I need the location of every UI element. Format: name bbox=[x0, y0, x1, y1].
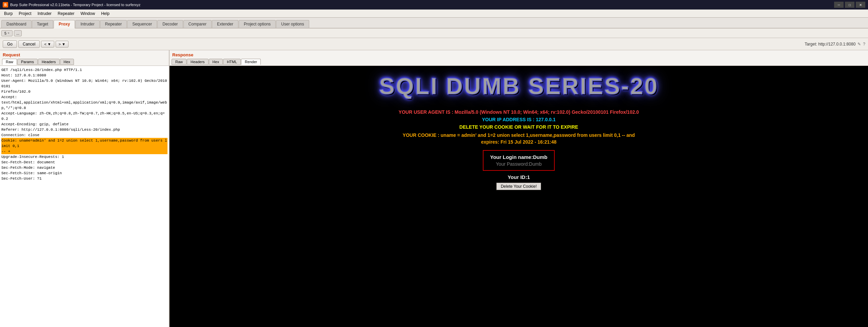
tab-user-options[interactable]: User options bbox=[276, 20, 309, 28]
menu-repeater[interactable]: Repeater bbox=[55, 11, 77, 17]
tab-project-options[interactable]: Project options bbox=[239, 20, 276, 28]
req-line-cookie-cont: -- + bbox=[1, 149, 167, 154]
login-pass-display: Your Password:Dumb bbox=[490, 161, 548, 167]
request-panel: Request Raw Params Headers Hex GET /sqli… bbox=[0, 50, 170, 327]
target-help-icon[interactable]: ? bbox=[863, 42, 865, 47]
req-line: GET /sqli/Less-20/index.php HTTP/1.1 bbox=[1, 67, 167, 73]
cancel-button[interactable]: Cancel bbox=[18, 40, 40, 48]
response-tab-html[interactable]: HTML bbox=[223, 59, 241, 65]
delete-cookie-button[interactable]: Delete Your Cookie! bbox=[496, 183, 541, 190]
req-line: Accept-Encoding: gzip, deflate bbox=[1, 122, 167, 127]
request-tab-more[interactable]: ... bbox=[14, 30, 22, 36]
response-content: SQLI DUMB SERIES-20 YOUR USER AGENT IS :… bbox=[170, 66, 868, 327]
response-tab-hex[interactable]: Hex bbox=[209, 59, 223, 65]
app-icon: B bbox=[3, 2, 8, 7]
menu-bar: Burp Project Intruder Repeater Window He… bbox=[0, 10, 868, 18]
request-tab-headers[interactable]: Headers bbox=[38, 59, 60, 65]
request-label: Request bbox=[0, 50, 169, 58]
go-button[interactable]: Go bbox=[3, 40, 17, 48]
target-info: Target: http://127.0.0.1:8080 ✎ ? bbox=[805, 42, 865, 47]
user-agent-display: YOUR USER AGENT IS : Mozilla/5.0 (Window… bbox=[399, 109, 639, 115]
req-line: Accept: bbox=[1, 94, 167, 100]
req-line: User-Agent: Mozilla/5.0 (Windows NT 10.0… bbox=[1, 78, 167, 89]
request-content[interactable]: GET /sqli/Less-20/index.php HTTP/1.1 Hos… bbox=[0, 66, 169, 327]
response-tab-render[interactable]: Render bbox=[241, 59, 261, 65]
response-subtabs: Raw Headers Hex HTML Render bbox=[170, 58, 868, 66]
req-line: Referer: http://127.0.0.1:8080/sqli/Less… bbox=[1, 127, 167, 132]
tab-comparer[interactable]: Comparer bbox=[183, 20, 212, 28]
tab-dashboard[interactable]: Dashboard bbox=[1, 20, 32, 28]
back-button[interactable]: < ▼ bbox=[41, 41, 54, 48]
req-line: Sec-Fetch-Mode: navigate bbox=[1, 165, 167, 170]
id-display: Your ID:1 bbox=[508, 174, 530, 180]
menu-window[interactable]: Window bbox=[78, 11, 98, 17]
tab-extender[interactable]: Extender bbox=[212, 20, 238, 28]
tab-repeater[interactable]: Repeater bbox=[100, 20, 127, 28]
response-label: Response bbox=[170, 50, 868, 58]
expires-display: expires: Fri 15 Jul 2022 - 16:21:48 bbox=[481, 139, 557, 145]
menu-project[interactable]: Project bbox=[16, 11, 34, 17]
request-tab-raw[interactable]: Raw bbox=[2, 59, 17, 65]
request-tab-close[interactable]: × bbox=[7, 31, 9, 35]
toolbar: Go Cancel < ▼ > ▼ Target: http://127.0.0… bbox=[0, 38, 868, 50]
menu-help[interactable]: Help bbox=[98, 11, 112, 17]
req-line: text/html,application/xhtml+xml,applicat… bbox=[1, 100, 167, 111]
req-line: Host: 127.0.0.1:8080 bbox=[1, 73, 167, 78]
menu-burp[interactable]: Burp bbox=[1, 11, 15, 17]
window-controls[interactable]: ─ □ ✕ bbox=[834, 2, 865, 8]
tab-sequencer[interactable]: Sequencer bbox=[127, 20, 157, 28]
req-line: Sec-Fetch-Dest: document bbox=[1, 160, 167, 165]
request-tabs-bar: 5 × ... bbox=[0, 29, 868, 38]
response-tab-headers[interactable]: Headers bbox=[187, 59, 209, 65]
response-tab-raw[interactable]: Raw bbox=[172, 59, 186, 65]
title-bar-left: B Burp Suite Professional v2.0.11beta - … bbox=[3, 2, 140, 7]
tab-intruder[interactable]: Intruder bbox=[75, 20, 99, 28]
req-line: Sec-Fetch-Site: same-origin bbox=[1, 170, 167, 176]
main-content: Request Raw Params Headers Hex GET /sqli… bbox=[0, 50, 868, 327]
response-panel: Response Raw Headers Hex HTML Render SQL… bbox=[170, 50, 868, 327]
target-edit-icon[interactable]: ✎ bbox=[857, 42, 861, 47]
sqli-title: SQLI DUMB SERIES-20 bbox=[379, 73, 658, 99]
req-line: Upgrade-Insecure-Requests: 1 bbox=[1, 154, 167, 160]
menu-intruder[interactable]: Intruder bbox=[35, 11, 54, 17]
request-tab-number: 5 bbox=[4, 31, 6, 35]
app-title: Burp Suite Professional v2.0.11beta - Te… bbox=[10, 3, 140, 7]
forward-button[interactable]: > ▼ bbox=[56, 41, 68, 48]
request-tab-params[interactable]: Params bbox=[17, 59, 38, 65]
tab-decoder[interactable]: Decoder bbox=[157, 20, 183, 28]
request-tab-5[interactable]: 5 × bbox=[1, 30, 13, 36]
req-line: Connection: close bbox=[1, 132, 167, 138]
login-name-display: Your Login name:Dumb bbox=[490, 154, 548, 160]
close-button[interactable]: ✕ bbox=[856, 2, 865, 8]
req-line: Sec-Fetch-User: ?1 bbox=[1, 176, 167, 181]
request-tab-hex[interactable]: Hex bbox=[60, 59, 74, 65]
request-subtabs: Raw Params Headers Hex bbox=[0, 58, 169, 66]
cookie-display: YOUR COOKIE : uname = admin' and 1=2 uni… bbox=[403, 132, 635, 138]
main-tabs: Dashboard Target Proxy Intruder Repeater… bbox=[0, 18, 868, 29]
maximize-button[interactable]: □ bbox=[845, 2, 854, 8]
login-info-box: Your Login name:Dumb Your Password:Dumb bbox=[483, 150, 555, 171]
title-bar: B Burp Suite Professional v2.0.11beta - … bbox=[0, 0, 868, 10]
tab-proxy[interactable]: Proxy bbox=[54, 20, 75, 29]
tab-target[interactable]: Target bbox=[32, 20, 53, 28]
minimize-button[interactable]: ─ bbox=[834, 2, 844, 8]
target-label: Target: http://127.0.0.1:8080 bbox=[805, 42, 855, 47]
delete-cookie-warning: DELETE YOUR COOKIE OR WAIT FOR IT TO EXP… bbox=[459, 124, 578, 130]
ip-display: YOUR IP ADDRESS IS : 127.0.0.1 bbox=[482, 117, 555, 122]
req-line-cookie: Cookie: uname=admin' and 1=2 union selec… bbox=[1, 138, 167, 149]
req-line: Firefox/102.0 bbox=[1, 89, 167, 94]
req-line: Accept-Language: zh-CN,zh;q=0.8,zh-TW;q=… bbox=[1, 111, 167, 122]
